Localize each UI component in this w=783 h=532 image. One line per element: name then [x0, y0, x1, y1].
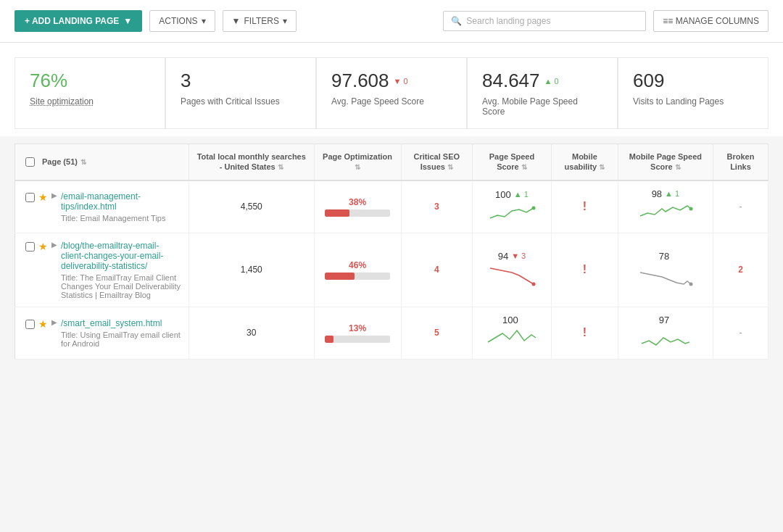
cell-page-2: ★ ▶ /smart_email_system.html Title: Usin… [15, 307, 189, 359]
cell-mobile-usability-0: ! [551, 180, 618, 233]
opt-bar-bg-2 [325, 336, 390, 343]
speed-val-2: 100 [502, 315, 518, 325]
speed-val-1: 94 [498, 251, 508, 262]
col-critical[interactable]: Critical SEO Issues ⇅ [401, 144, 472, 180]
expand-icon-0[interactable]: ▶ [51, 191, 57, 199]
col-broken: Broken Links [713, 144, 768, 180]
search-icon: 🔍 [451, 16, 462, 26]
stat-value-mobile-speed: 84.647 ▲ 0 [482, 70, 602, 92]
col-optimization[interactable]: Page Optimization ⇅ [314, 144, 401, 180]
cell-mobile-speed-1: 78 [618, 233, 713, 307]
opt-pct-1: 46% [349, 260, 366, 270]
col-searches[interactable]: Total local monthly searches - United St… [189, 144, 315, 180]
mobile-spark-2 [642, 328, 689, 352]
cell-page-1: ★ ▶ /blog/the-emailtray-email-client-cha… [15, 233, 189, 307]
cell-optimization-0: 38% [314, 180, 401, 233]
stat-label-visits: Visits to Landing Pages [633, 96, 753, 107]
opt-bar-fill-0 [325, 209, 349, 217]
star-icon-0[interactable]: ★ [38, 191, 48, 203]
opt-bar-fill-1 [325, 273, 355, 280]
col-page[interactable]: Page (51) ⇅ [15, 144, 189, 180]
star-icon-1[interactable]: ★ [38, 241, 48, 252]
add-landing-page-button[interactable]: + ADD LANDING PAGE ▼ [14, 10, 142, 32]
cell-searches-1: 1,450 [189, 233, 315, 307]
mobile-speed-val-0: 98 [652, 188, 662, 199]
svg-point-0 [531, 206, 535, 209]
filter-icon: ▼ [232, 16, 241, 26]
cell-mobile-usability-1: ! [551, 233, 618, 307]
page-url-0[interactable]: /email-management-tips/index.html [61, 191, 181, 212]
sort-mobile-speed-icon: ⇅ [675, 163, 681, 171]
page-title-0: Title: Email Management Tips [61, 214, 181, 223]
filters-chevron-icon: ▾ [283, 16, 287, 26]
speed-delta-0: ▲ 1 [514, 190, 529, 199]
speed-val-0: 100 [495, 189, 511, 200]
expand-icon-1[interactable]: ▶ [51, 241, 57, 249]
stat-mobile-speed: 84.647 ▲ 0 Avg. Mobile Page Speed Score [467, 57, 618, 129]
stat-site-optimization: 76% Site optimization [14, 57, 165, 129]
toolbar: + ADD LANDING PAGE ▼ ACTIONS ▾ ▼ FILTERS… [0, 0, 783, 43]
opt-bar-bg-1 [325, 273, 390, 280]
sort-mobile-usability-icon: ⇅ [599, 163, 605, 171]
stat-page-speed: 97.608 ▼ 0 Avg. Page Speed Score [316, 57, 467, 129]
cell-critical-0: 3 [401, 180, 472, 233]
mobile-speed-val-2: 97 [659, 315, 669, 325]
col-mobile-speed[interactable]: Mobile Page Speed Score ⇅ [618, 144, 713, 180]
actions-chevron-icon: ▾ [202, 16, 206, 26]
cell-broken-1: 2 [713, 233, 768, 307]
filters-button[interactable]: ▼ FILTERS ▾ [223, 10, 297, 32]
col-mobile-usability[interactable]: Mobile usability ⇅ [551, 144, 618, 180]
star-icon-2[interactable]: ★ [38, 318, 48, 330]
opt-bar-fill-2 [325, 336, 334, 343]
mobile-usability-icon-2: ! [583, 326, 587, 338]
cell-searches-2: 30 [189, 307, 315, 359]
cell-critical-2: 5 [401, 307, 472, 359]
svg-point-1 [689, 207, 692, 210]
row-checkbox-1[interactable] [25, 242, 35, 252]
select-all-checkbox[interactable] [25, 157, 35, 167]
speed-spark-2 [488, 328, 536, 352]
landing-pages-table: Page (51) ⇅ Total local monthly searches… [14, 144, 768, 359]
page-url-1[interactable]: /blog/the-emailtray-email-client-changes… [61, 241, 181, 271]
manage-columns-button[interactable]: ≡≡ MANAGE COLUMNS [653, 10, 768, 32]
speed-spark-0 [490, 202, 534, 225]
manage-columns-label: ≡≡ MANAGE COLUMNS [663, 16, 759, 26]
stat-delta-page-speed: ▼ 0 [394, 77, 408, 86]
table-header-row: Page (51) ⇅ Total local monthly searches… [15, 144, 768, 180]
sort-critical-icon: ⇅ [447, 163, 453, 171]
stats-bar: 76% Site optimization 3 Pages with Criti… [0, 43, 783, 136]
add-arrow-icon: ▼ [123, 16, 132, 26]
actions-button[interactable]: ACTIONS ▾ [149, 10, 215, 32]
stat-label-critical: Pages with Critical Issues [181, 96, 301, 107]
stat-value-page-speed: 97.608 ▼ 0 [331, 70, 452, 92]
page-title-1: Title: The EmailTray Email Client Change… [61, 273, 181, 299]
add-landing-page-label: + ADD LANDING PAGE [25, 16, 119, 26]
cell-mobile-speed-0: 98 ▲ 1 [618, 180, 713, 233]
row-checkbox-0[interactable] [25, 193, 35, 202]
stat-critical-issues: 3 Pages with Critical Issues [165, 57, 316, 129]
cell-broken-2: - [713, 307, 768, 359]
search-input[interactable]: 🔍 Search landing pages [443, 11, 646, 31]
row-checkbox-2[interactable] [25, 320, 35, 329]
mobile-spark-0 [640, 201, 691, 225]
cell-searches-0: 4,550 [189, 180, 315, 233]
stat-delta-mobile-speed: ▲ 0 [544, 77, 559, 86]
cell-page-0: ★ ▶ /email-management-tips/index.html Ti… [15, 180, 189, 233]
actions-label: ACTIONS [159, 16, 197, 26]
cell-speed-2: 100 [472, 307, 551, 359]
expand-icon-2[interactable]: ▶ [51, 318, 57, 326]
table-row: ★ ▶ /blog/the-emailtray-email-client-cha… [15, 233, 768, 307]
svg-point-2 [531, 282, 535, 286]
col-speed[interactable]: Page Speed Score ⇅ [472, 144, 551, 180]
sort-searches-icon: ⇅ [278, 163, 283, 171]
svg-point-3 [689, 282, 692, 286]
cell-speed-0: 100 ▲ 1 [472, 180, 551, 233]
opt-bar-bg-0 [325, 209, 390, 217]
opt-pct-2: 13% [349, 323, 366, 333]
page-url-2[interactable]: /smart_email_system.html [61, 318, 181, 328]
sort-speed-icon: ⇅ [521, 163, 527, 171]
stat-label-site-opt: Site optimization [30, 96, 150, 107]
mobile-usability-icon-1: ! [583, 263, 587, 275]
opt-pct-0: 38% [349, 197, 366, 207]
speed-spark-1 [490, 264, 534, 289]
